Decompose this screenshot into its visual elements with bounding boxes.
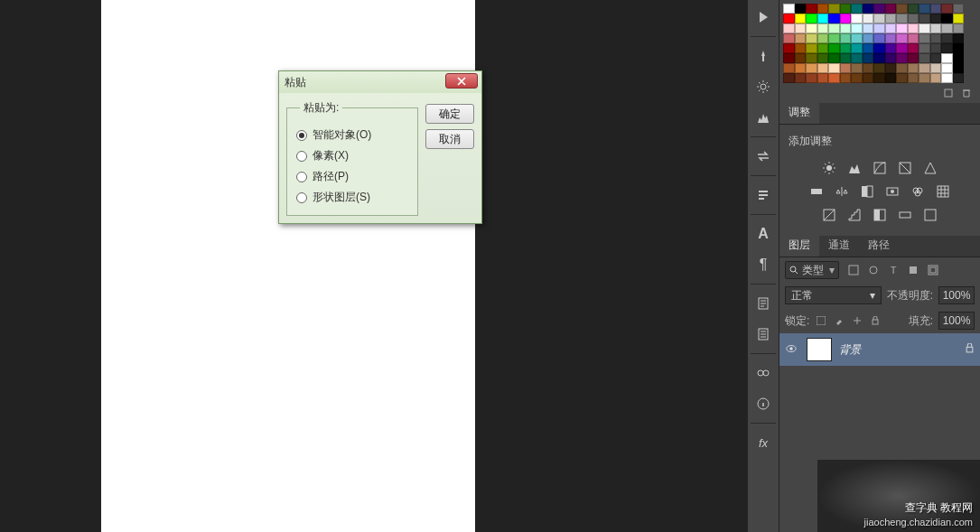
swatch[interactable] — [908, 14, 919, 23]
swatch[interactable] — [941, 53, 953, 63]
swatch[interactable] — [851, 14, 863, 23]
radio-shape-layer[interactable]: 形状图层(S) — [296, 187, 408, 208]
swatch[interactable] — [840, 4, 852, 14]
invert-icon[interactable] — [821, 207, 837, 223]
swatch[interactable] — [817, 33, 829, 43]
radio-pixels[interactable]: 像素(X) — [296, 145, 408, 166]
swatch[interactable] — [795, 14, 807, 23]
swatch[interactable] — [851, 4, 863, 14]
swatch[interactable] — [840, 63, 852, 73]
swatch[interactable] — [795, 73, 807, 83]
lock-paint-icon[interactable] — [833, 314, 845, 327]
swatch[interactable] — [783, 53, 795, 63]
tab-paths[interactable]: 路径 — [859, 234, 899, 257]
curves-icon[interactable] — [872, 160, 888, 176]
swatch[interactable] — [828, 23, 840, 33]
swatch[interactable] — [795, 23, 807, 33]
swap-tool[interactable] — [751, 144, 776, 169]
swatch[interactable] — [953, 43, 965, 53]
histogram-tool[interactable] — [751, 105, 776, 130]
swatch[interactable] — [896, 43, 908, 53]
swatch[interactable] — [908, 23, 919, 33]
swatch[interactable] — [828, 14, 840, 23]
swatch[interactable] — [885, 23, 897, 33]
list-tool[interactable] — [751, 322, 776, 347]
swatch[interactable] — [885, 53, 897, 63]
dialog-titlebar[interactable]: 粘贴 — [279, 71, 481, 93]
levels-icon[interactable] — [846, 160, 863, 176]
swatch[interactable] — [953, 63, 965, 73]
photo-filter-icon[interactable] — [884, 183, 901, 200]
radio-smart-object[interactable]: 智能对象(O) — [296, 125, 408, 145]
settings-tool[interactable] — [751, 74, 776, 99]
swatch[interactable] — [863, 63, 874, 73]
swatch[interactable] — [795, 63, 807, 73]
swatch[interactable] — [919, 43, 930, 53]
channel-mixer-icon[interactable] — [910, 183, 926, 200]
brush-tool[interactable] — [751, 43, 776, 69]
swatch[interactable] — [953, 14, 965, 23]
swatch[interactable] — [930, 4, 942, 14]
selective-color-icon[interactable] — [922, 207, 938, 223]
filter-smart-icon[interactable] — [926, 263, 940, 277]
swatch[interactable] — [885, 33, 897, 43]
balance-icon[interactable] — [834, 183, 850, 200]
radio-path[interactable]: 路径(P) — [296, 166, 408, 187]
swatch[interactable] — [817, 53, 829, 63]
swatch[interactable] — [783, 14, 795, 23]
fill-value[interactable]: 100% — [938, 312, 975, 330]
swatch[interactable] — [930, 14, 942, 23]
swatch[interactable] — [930, 33, 942, 43]
swatch[interactable] — [795, 4, 807, 14]
swatch[interactable] — [783, 23, 795, 33]
swatch[interactable] — [783, 73, 795, 83]
swatch[interactable] — [806, 63, 817, 73]
swatch[interactable] — [930, 43, 942, 53]
swatch[interactable] — [908, 63, 919, 73]
brightness-icon[interactable] — [821, 160, 837, 176]
lock-all-icon[interactable] — [869, 314, 882, 327]
swatch[interactable] — [851, 73, 863, 83]
swatch[interactable] — [941, 73, 953, 83]
swatch[interactable] — [817, 4, 829, 14]
swatch[interactable] — [840, 43, 852, 53]
swatch[interactable] — [863, 53, 874, 63]
swatch[interactable] — [930, 73, 942, 83]
pilcrow-tool[interactable]: ¶ — [751, 252, 776, 277]
swatch[interactable] — [919, 33, 930, 43]
swatch[interactable] — [896, 53, 908, 63]
swatch[interactable] — [885, 43, 897, 53]
swatch[interactable] — [783, 4, 795, 14]
type-tool[interactable]: A — [751, 221, 776, 247]
layer-type-filter[interactable]: 类型 ▾ — [785, 261, 839, 279]
swatch[interactable] — [795, 43, 807, 53]
swatch[interactable] — [941, 23, 953, 33]
swatch[interactable] — [806, 43, 817, 53]
tab-layers[interactable]: 图层 — [779, 234, 819, 257]
swatch[interactable] — [817, 14, 829, 23]
measure-tool[interactable] — [751, 360, 776, 386]
swatch[interactable] — [795, 33, 807, 43]
swatch[interactable] — [941, 63, 953, 73]
swatch[interactable] — [863, 4, 874, 14]
exposure-icon[interactable] — [897, 160, 913, 176]
tab-channels[interactable]: 通道 — [819, 234, 859, 257]
visibility-toggle[interactable] — [785, 342, 799, 357]
swatch[interactable] — [919, 4, 930, 14]
posterize-icon[interactable] — [846, 207, 863, 223]
swatch[interactable] — [896, 23, 908, 33]
swatch[interactable] — [941, 33, 953, 43]
swatch[interactable] — [930, 63, 942, 73]
swatch[interactable] — [851, 63, 863, 73]
swatch[interactable] — [908, 53, 919, 63]
swatch[interactable] — [896, 33, 908, 43]
lookup-icon[interactable] — [935, 183, 951, 200]
swatch[interactable] — [863, 73, 874, 83]
swatch[interactable] — [851, 53, 863, 63]
lock-transparency-icon[interactable] — [815, 314, 827, 327]
opacity-value[interactable]: 100% — [938, 286, 975, 304]
swatch[interactable] — [873, 33, 885, 43]
swatch[interactable] — [828, 73, 840, 83]
cancel-button[interactable]: 取消 — [425, 129, 474, 149]
swatch[interactable] — [806, 33, 817, 43]
